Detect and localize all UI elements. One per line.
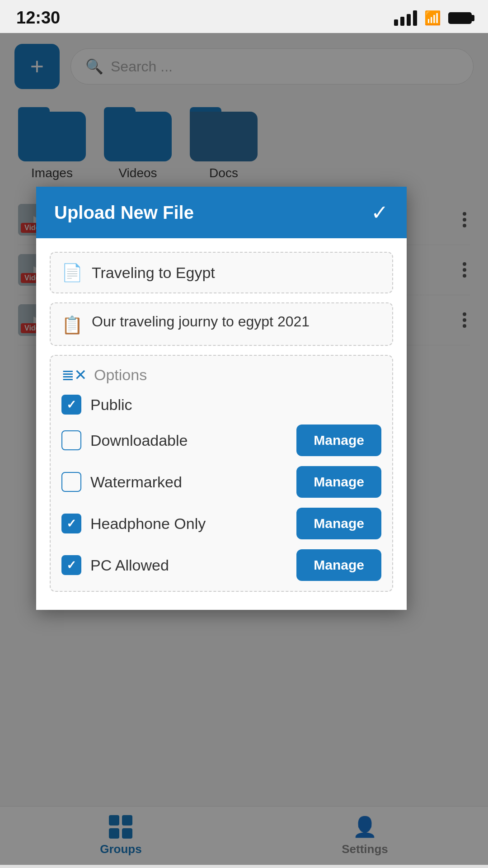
status-bar: 12:30 📶 [0,0,488,33]
options-title: Options [94,366,147,384]
manage-button-headphone[interactable]: Manage [296,508,381,539]
option-row-pc: ✓ PC Allowed Manage [61,549,381,581]
description-icon: 📋 [61,315,83,335]
manage-button-watermarked[interactable]: Manage [296,466,381,498]
manage-button-pc[interactable]: Manage [296,549,381,581]
status-time: 12:30 [16,8,60,28]
checkmark-public: ✓ [66,398,76,412]
option-row-watermarked: Watermarked Manage [61,466,381,498]
description-value: Our traveling journy to egypt 2021 [92,313,310,330]
file-name-field[interactable]: 📄 Traveling to Egypt [50,252,393,293]
option-row-public: ✓ Public [61,395,381,415]
checkmark-pc: ✓ [66,558,76,572]
option-label-downloadable: Downloadable [90,432,287,449]
options-icon: ≣✕ [61,366,87,384]
description-field[interactable]: 📋 Our traveling journy to egypt 2021 [50,302,393,346]
modal-body: 📄 Traveling to Egypt 📋 Our traveling jou… [36,238,407,610]
manage-button-downloadable[interactable]: Manage [296,425,381,456]
app-background: + 🔍 Search ... Images Videos [0,33,488,865]
checkmark-headphone: ✓ [66,517,76,531]
battery-icon [448,12,472,24]
status-icons: 📶 [394,10,472,26]
option-label-public: Public [90,396,381,414]
modal-header: Upload New File ✓ [36,187,407,238]
wifi-icon: 📶 [424,10,441,26]
file-name-value: Traveling to Egypt [92,264,215,282]
options-header: ≣✕ Options [61,366,381,384]
options-section: ≣✕ Options ✓ Public Downloadable Manage [50,355,393,592]
option-row-downloadable: Downloadable Manage [61,425,381,456]
option-row-headphone: ✓ Headphone Only Manage [61,508,381,539]
file-icon: 📄 [61,263,83,283]
checkbox-watermarked[interactable] [61,472,81,492]
checkbox-downloadable[interactable] [61,430,81,450]
option-label-pc: PC Allowed [90,557,287,574]
modal-title: Upload New File [54,203,194,223]
signal-bars-icon [394,10,417,26]
upload-modal: Upload New File ✓ 📄 Traveling to Egypt 📋… [36,187,407,610]
checkbox-pc[interactable]: ✓ [61,555,81,575]
option-label-watermarked: Watermarked [90,473,287,491]
checkbox-public[interactable]: ✓ [61,395,81,415]
option-label-headphone: Headphone Only [90,515,287,533]
checkbox-headphone[interactable]: ✓ [61,514,81,533]
modal-confirm-button[interactable]: ✓ [371,200,389,225]
